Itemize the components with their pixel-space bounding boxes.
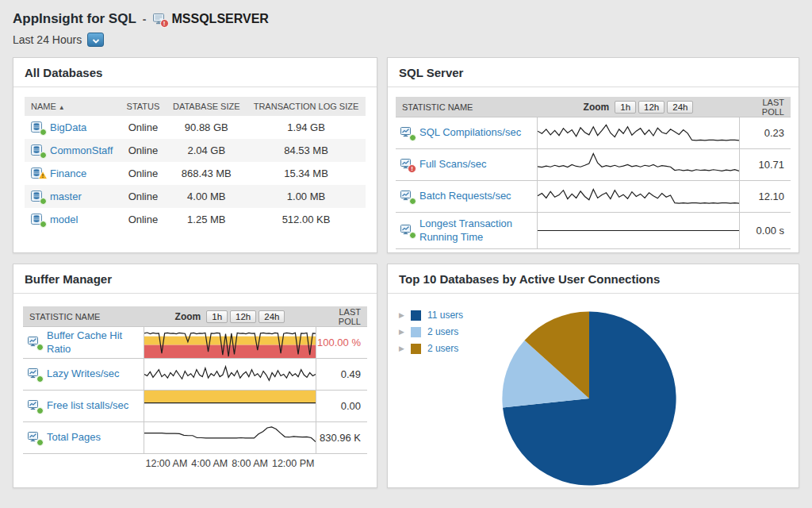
table-row: BigData Online 90.88 GB 1.94 GB [25, 116, 366, 139]
statistic-link[interactable]: Longest Transaction Running Time [396, 213, 537, 248]
database-icon [31, 214, 44, 225]
last-poll-value: 0.23 [740, 117, 791, 148]
databases-table: NAME▲ STATUS DATABASE SIZE TRANSACTION L… [25, 97, 366, 231]
database-icon [31, 121, 44, 133]
top10-connections-panel: Top 10 Databases by Active User Connecti… [387, 264, 799, 488]
legend-swatch [411, 310, 421, 321]
statistic-chart-icon [400, 127, 413, 139]
status-up-icon [409, 232, 416, 239]
legend-label[interactable]: 11 users [427, 310, 463, 321]
title-separator: - [143, 13, 147, 25]
zoom-label: Zoom [175, 311, 201, 322]
statistic-chart-icon [28, 400, 40, 412]
log-size-cell: 15.34 MB [247, 162, 366, 185]
zoom-24h-button[interactable]: 24h [259, 310, 285, 323]
pie-chart[interactable] [500, 309, 679, 488]
status-up-icon [40, 152, 47, 159]
table-row: CommonStaff Online 2.04 GB 84.53 MB [25, 139, 366, 162]
page-header: AppInsight for SQL - ! MSSQLSERVER Last … [13, 11, 799, 47]
statistic-name-header: STATISTIC NAME [23, 312, 144, 321]
status-cell: Online [120, 208, 166, 231]
status-cell: Online [120, 162, 166, 185]
statistic-row: Lazy Writes/sec 0.49 [23, 359, 367, 391]
all-databases-panel: All Databases NAME▲ STATUS DATABASE SIZE… [13, 57, 377, 253]
log-size-cell: 84.53 MB [247, 139, 366, 162]
column-header-status[interactable]: STATUS [120, 97, 166, 116]
statistic-link[interactable]: Free list stalls/sec [23, 391, 144, 421]
chevron-down-icon [92, 34, 100, 46]
database-link[interactable]: model [31, 214, 113, 225]
statistic-link[interactable]: Total Pages [23, 422, 144, 453]
statistics-table-header: STATISTIC NAME Zoom 1h 12h 24h LAST POLL [23, 306, 367, 327]
database-size-cell: 868.43 MB [167, 162, 247, 185]
status-cell: Online [120, 116, 166, 139]
table-row: master Online 4.00 MB 1.00 MB [25, 185, 366, 208]
panel-title: All Databases [13, 58, 377, 87]
log-size-cell: 1.00 MB [247, 185, 366, 208]
last-poll-value: 0.49 [316, 359, 367, 390]
statistic-link[interactable]: !Full Scans/sec [396, 149, 537, 180]
last-poll-value: 0.00 [316, 391, 367, 421]
time-axis-tick: 12:00 AM [145, 458, 187, 469]
database-link[interactable]: CommonStaff [31, 144, 113, 156]
column-header-transaction-log-size[interactable]: TRANSACTION LOG SIZE [247, 97, 366, 116]
legend-swatch [411, 344, 421, 354]
database-link[interactable]: !Finance [31, 167, 113, 179]
last-poll-value: 10.71 [740, 149, 791, 180]
statistic-row: !Full Scans/sec 10.71 [396, 149, 791, 181]
chevron-right-icon[interactable]: ▶ [399, 344, 404, 352]
status-up-icon [36, 344, 44, 351]
time-range-label: Last 24 Hours [13, 33, 82, 46]
svg-text:!: ! [42, 173, 44, 179]
column-header-name[interactable]: NAME▲ [25, 97, 120, 116]
statistic-link[interactable]: Buffer Cache Hit Ratio [23, 327, 144, 358]
status-up-icon [40, 129, 47, 136]
database-icon [31, 190, 44, 202]
sparkline-chart [144, 359, 316, 390]
status-critical-icon: ! [408, 164, 416, 173]
dashboard-page: AppInsight for SQL - ! MSSQLSERVER Last … [0, 0, 812, 488]
statistic-link[interactable]: Batch Requests/sec [396, 181, 537, 212]
legend-item: ▶ 2 users [399, 326, 463, 337]
statistic-chart-icon [28, 432, 40, 444]
status-cell: Online [120, 139, 166, 162]
column-header-database-size[interactable]: DATABASE SIZE [167, 97, 247, 116]
zoom-24h-button[interactable]: 24h [667, 101, 693, 114]
last-poll-value: 0.00 s [740, 213, 791, 248]
last-poll-value: 830.96 K [316, 422, 367, 453]
zoom-12h-button[interactable]: 12h [230, 310, 256, 323]
legend-label[interactable]: 2 users [427, 326, 458, 337]
statistic-link[interactable]: SQL Compilations/sec [396, 117, 537, 148]
time-axis-tick: 8:00 AM [232, 458, 268, 469]
statistic-row: Longest Transaction Running Time 0.00 s [396, 213, 791, 249]
database-link[interactable]: BigData [31, 121, 113, 133]
statistics-table: STATISTIC NAME Zoom 1h 12h 24h LAST POLL… [396, 97, 791, 249]
log-size-cell: 1.94 GB [247, 116, 366, 139]
status-up-icon [36, 439, 44, 446]
status-up-icon [36, 375, 44, 383]
pie-legend: ▶ 11 users ▶ 2 users ▶ 2 users [399, 310, 463, 354]
statistic-row: Batch Requests/sec 12.10 [396, 181, 791, 213]
zoom-1h-button[interactable]: 1h [206, 310, 228, 323]
statistic-chart-icon [28, 368, 40, 380]
time-axis-tick: 4:00 AM [191, 458, 228, 469]
status-up-icon [40, 198, 47, 205]
statistic-link[interactable]: Lazy Writes/sec [23, 359, 144, 390]
status-up-icon [409, 198, 416, 205]
server-icon: ! [153, 13, 166, 25]
status-warning-icon: ! [38, 170, 48, 182]
legend-label[interactable]: 2 users [427, 343, 458, 354]
database-icon: ! [31, 167, 44, 179]
time-range-dropdown-button[interactable] [87, 33, 104, 47]
statistics-table: STATISTIC NAME Zoom 1h 12h 24h LAST POLL… [23, 306, 367, 454]
database-link[interactable]: master [31, 190, 113, 202]
chevron-right-icon[interactable]: ▶ [399, 311, 404, 319]
zoom-1h-button[interactable]: 1h [615, 101, 636, 114]
statistic-chart-icon [28, 337, 40, 348]
database-size-cell: 2.04 GB [167, 139, 247, 162]
status-up-icon [36, 407, 44, 414]
chevron-right-icon[interactable]: ▶ [399, 328, 404, 336]
database-size-cell: 90.88 GB [167, 116, 247, 139]
status-up-icon [40, 221, 47, 228]
zoom-12h-button[interactable]: 12h [638, 101, 665, 114]
